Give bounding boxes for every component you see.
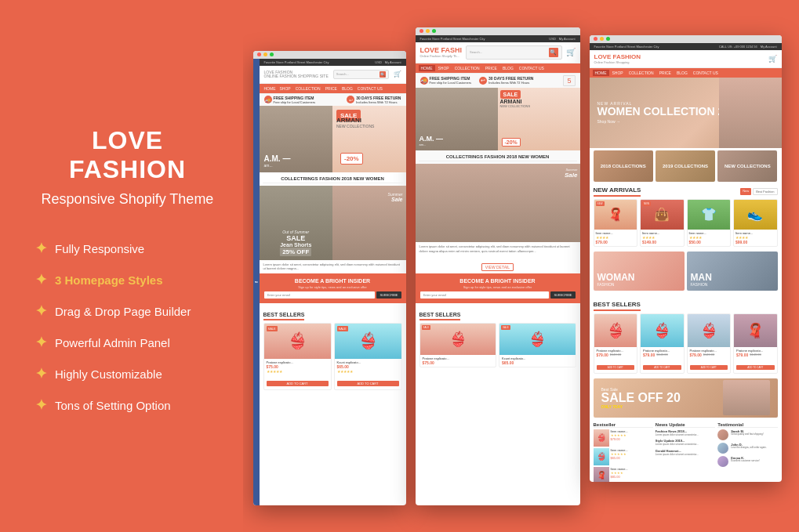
nav-contact[interactable]: CONTACT US [355, 85, 385, 92]
nav-home[interactable]: HOME [263, 85, 278, 92]
bestseller-col-title: Bestseller [594, 422, 653, 428]
shipping-icon: 🚚 [264, 96, 272, 103]
arrival-price-3: $50.00 [689, 240, 729, 244]
add-to-cart-1[interactable]: ADD TO CART [267, 381, 329, 386]
newsletter-btn-2[interactable]: SUBSCRIBE [550, 291, 575, 299]
armani-label-2: ARMANI [500, 99, 531, 104]
bs-prod-3: 👙 Pratone esplicato... $79.00 $149.00 AD… [687, 313, 732, 374]
woman-label: WOMAN [597, 273, 635, 282]
newsletter-input-2[interactable] [420, 291, 550, 299]
hero-right-2: SALE ARMANI NEW COLLECTIONS -20% [498, 88, 580, 150]
bs-row-img-2: 👙 [594, 448, 609, 465]
top-bar-1: Favorite Store Portland Street Mancheste… [260, 59, 406, 66]
search-button-1[interactable]: 🔍 [380, 71, 386, 78]
lorem-text-1: Lorem ipsum dolor sit amet, consectetur … [260, 260, 406, 273]
best-sellers-3: BEST SELLERS 👙 Pratone esplicato... $79.… [590, 293, 782, 376]
collections-row-3: 2018 COLLECTIONS 2019 COLLECTIONS NEW CO… [590, 148, 782, 184]
bs-row-name-1: Item name... [611, 429, 628, 433]
bs-cart-1[interactable]: ADD TO CART [597, 365, 635, 370]
nav-shop[interactable]: SHOP [278, 85, 293, 92]
bs-row-img-3: 🧣 [594, 467, 609, 482]
search-btn-2[interactable]: 🔍 [549, 48, 558, 57]
bs-cart-4[interactable]: ADD TO CART [736, 365, 775, 370]
reviewer-info-1: Sarah M. Great quality and fast shipping… [731, 429, 763, 440]
bs-row-stars-2: ★★★★★ [611, 452, 628, 456]
search-bar-1[interactable]: Search... 🔍 [333, 70, 389, 79]
info-returns: ↩ 30 DAYS FREE RETURN Includes Items Wit… [347, 96, 401, 104]
arrival-info-2: Item name... ★★★★ $149.00 [641, 230, 684, 246]
review-1: Sarah M. Great quality and fast shipping… [717, 429, 777, 440]
nav-price-2[interactable]: PRICE [483, 65, 499, 71]
arrivals-tab-best[interactable]: Best Fashion [753, 188, 777, 195]
shipping-text: FREE SHIPPING ITEM Free ship for Local C… [274, 96, 316, 104]
view-detail-btn-2[interactable]: VIEW DETAIL [481, 263, 514, 271]
nav-blog-2[interactable]: BLOG [500, 65, 516, 71]
brand-title: LOVE FASHION [35, 126, 220, 184]
asterisk-icon-5: ✦ [35, 365, 47, 382]
nav-contact-2[interactable]: CONTACT US [517, 65, 547, 71]
nav-home-2[interactable]: HOME [419, 65, 435, 71]
hero-sub-2: am... [419, 143, 444, 147]
arrival-3: 👕 Item name... ★★★★ $50.00 [687, 199, 732, 247]
arrival-info-1: Item name... ★★★★ $79.00 [594, 230, 637, 246]
nav-contact-3[interactable]: CONTACT US [691, 70, 721, 76]
bs-stars-2: ★★★★★ [337, 369, 399, 374]
nav-shop-3[interactable]: SHOP [610, 70, 626, 76]
bs-grid-3: 👙 Pratone esplicato... $79.00 $149.00 AD… [594, 313, 778, 374]
add-to-cart-2[interactable]: ADD TO CART [337, 381, 399, 386]
bs-info-a: Pratone esplicato... $75.00 [420, 355, 496, 367]
bs-img-a: 👙 [420, 324, 496, 355]
feature-text-4: Powerful Admin Panel [55, 336, 170, 349]
arrival-4: 👟 Item name... ★★★★ $99.00 [733, 199, 778, 247]
nav-coll-3[interactable]: COLLECTION [626, 70, 656, 76]
armani-2: ARMANI NEW COLLECTIONS [500, 99, 531, 108]
summer-label: Summer [388, 192, 403, 197]
hero-2: A.M. — am... SALE ARMANI NEW COLLECTIONS… [416, 88, 580, 150]
summer-sale-overlay: Summer Sale [388, 192, 403, 202]
top-acc-3: My Account [761, 45, 777, 49]
feature-item-6: ✦ Tons of Setting Option [35, 396, 220, 414]
collections-section-1: COLLECTRINGS FASHION 2018 NEW WOMEN [260, 172, 406, 186]
nav-price-3[interactable]: PRICE [657, 70, 674, 76]
nav-price[interactable]: PRICE [323, 85, 340, 92]
cart-icon[interactable]: 🛒 [394, 71, 401, 78]
nav-shop-2[interactable]: SHOP [436, 65, 452, 71]
bs-cart-3[interactable]: ADD TO CART [690, 365, 728, 370]
search-bar-2[interactable]: Search... 🔍 [466, 45, 561, 60]
bs-row-img-1: 👙 [594, 429, 609, 447]
arrival-badge-1: NEW [596, 201, 605, 206]
top-bar-link-account: My Account [385, 60, 401, 64]
nav-home-3[interactable]: HOME [593, 70, 609, 76]
review-2: John D. Love the designs, will order aga… [717, 443, 777, 454]
top-link-usd: USD [549, 37, 555, 41]
view-detail-2[interactable]: VIEW DETAIL [416, 256, 580, 273]
man-label: MAN [691, 273, 712, 282]
nav-3: HOME SHOP COLLECTION PRICE BLOG CONTACT … [590, 68, 782, 78]
info-bar-1: 🚚 FREE SHIPPING ITEM Free ship for Local… [260, 93, 406, 106]
arrivals-tab-new[interactable]: New [740, 188, 751, 195]
cart-3[interactable]: 🛒 [768, 55, 777, 63]
newsletter-input-1[interactable] [264, 291, 376, 299]
news-col: News Update Fashion News 2018... Lorem i… [656, 422, 715, 482]
nav-collection-2[interactable]: COLLECTION [452, 65, 482, 71]
nav-blog[interactable]: BLOG [340, 85, 355, 92]
cart-icon-2[interactable]: 🛒 [566, 48, 576, 56]
sale-only-7: ONLY 7DAY [601, 404, 681, 409]
arrival-price-2: $149.00 [642, 240, 682, 244]
bs-cart-2[interactable]: ADD TO CART [643, 365, 681, 370]
bs-prod-info-4: Pratone esplicato... $79.00 $149.00 ADD … [734, 347, 777, 373]
news-text-1: Lorem ipsum dolor sit amet consectetur..… [656, 434, 715, 437]
reviewer-text-2: Love the designs, will order again. [731, 447, 766, 450]
nav-collection[interactable]: COLLECTION [293, 85, 323, 92]
shop-logo-1: LOVE FASHION Online Fashion Shopping Sit… [264, 71, 329, 78]
newsletter-button-1[interactable]: SUBSCRIBE [376, 291, 401, 299]
arrivals-title-3: NEW ARRIVALS [594, 186, 641, 197]
hero-title-1: A.M. — [264, 154, 291, 163]
reviewer-text-3: Excellent customer service! [731, 460, 760, 463]
feature-item-5: ✦ Highly Customizable [35, 365, 220, 382]
ship-icon-2: 🚚 [420, 77, 428, 85]
arrivals-grid-3: 🧣 NEW Item name... ★★★★ $79.00 👜 NEW Ite… [594, 199, 778, 247]
nav-blog-3[interactable]: BLOG [674, 70, 690, 76]
bs-prod-old-3: $149.00 [703, 353, 714, 356]
discount-badge-1: -20% [340, 153, 363, 165]
